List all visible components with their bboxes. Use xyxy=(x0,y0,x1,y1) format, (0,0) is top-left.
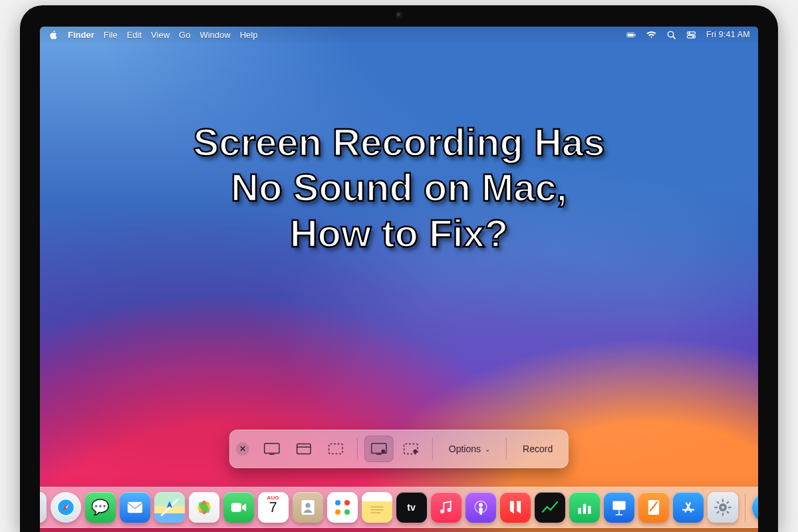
dock-system-preferences-icon[interactable] xyxy=(708,492,738,523)
menu-file[interactable]: File xyxy=(104,30,118,40)
dock-contacts-icon[interactable] xyxy=(293,492,323,523)
svg-rect-11 xyxy=(297,444,311,454)
svg-line-59 xyxy=(726,501,728,503)
menu-help[interactable]: Help xyxy=(240,30,258,40)
dock-numbers-icon[interactable] xyxy=(569,492,600,523)
capture-entire-screen-button[interactable] xyxy=(257,436,287,462)
record-selected-portion-button[interactable] xyxy=(396,436,426,462)
svg-point-38 xyxy=(440,509,444,513)
options-label: Options xyxy=(449,444,481,454)
camera-notch xyxy=(397,13,402,17)
toolbar-separator xyxy=(506,438,507,460)
menu-window[interactable]: Window xyxy=(200,30,230,40)
chevron-down-icon: ⌄ xyxy=(485,446,490,453)
menu-bar: Finder File Edit View Go Window Help xyxy=(40,27,758,43)
calendar-month-label: AUG xyxy=(258,495,289,501)
tv-glyph-icon: tv xyxy=(407,502,415,513)
svg-rect-32 xyxy=(231,503,241,511)
svg-rect-5 xyxy=(688,31,696,34)
dock-tv-icon[interactable]: tv xyxy=(396,492,427,523)
calendar-day-label: 7 xyxy=(269,499,277,516)
svg-point-34 xyxy=(305,503,310,507)
dock-calendar-icon[interactable]: AUG 7 xyxy=(258,492,289,523)
wifi-status-icon[interactable] xyxy=(646,29,657,40)
capture-selected-window-button[interactable] xyxy=(289,436,319,462)
dock-notes-icon[interactable] xyxy=(362,492,392,523)
toolbar-separator xyxy=(357,438,358,460)
svg-point-18 xyxy=(413,450,417,454)
dock-separator xyxy=(745,493,745,523)
laptop-bezel: Finder File Edit View Go Window Help xyxy=(20,5,778,532)
speech-bubble-icon: 💬 xyxy=(91,499,109,516)
dock-music-icon[interactable] xyxy=(431,492,462,523)
article-title-overlay: Screen Recording Has No Sound on Mac, Ho… xyxy=(40,120,758,256)
svg-point-16 xyxy=(381,450,385,454)
svg-line-58 xyxy=(726,511,728,513)
svg-point-8 xyxy=(692,36,694,37)
dock-stocks-icon[interactable] xyxy=(535,492,565,523)
svg-rect-42 xyxy=(578,508,581,514)
dock-pages-icon[interactable] xyxy=(638,492,669,523)
spotlight-search-icon[interactable] xyxy=(666,29,677,40)
record-label: Record xyxy=(523,444,553,454)
dock-maps-icon[interactable] xyxy=(154,492,185,523)
reminders-glyph-icon xyxy=(335,500,350,515)
dock-keynote-icon[interactable] xyxy=(604,492,634,523)
svg-point-61 xyxy=(721,506,724,509)
record-entire-screen-button[interactable] xyxy=(364,436,394,462)
screenshot-record-button[interactable]: Record xyxy=(513,436,562,462)
dock-reminders-icon[interactable] xyxy=(327,492,358,523)
dock-mail-icon[interactable] xyxy=(120,492,150,523)
desktop-screen: Finder File Edit View Go Window Help xyxy=(40,27,758,532)
svg-rect-27 xyxy=(127,502,142,513)
svg-rect-9 xyxy=(265,444,279,454)
dock-appstore-icon[interactable] xyxy=(673,492,704,523)
svg-point-40 xyxy=(479,503,483,507)
dock-facetime-icon[interactable] xyxy=(223,492,254,523)
screenshot-toolbar: ✕ Options xyxy=(229,430,569,468)
dock-messages-icon[interactable]: 💬 xyxy=(85,492,116,523)
toolbar-separator xyxy=(432,438,433,460)
screenshot-close-button[interactable]: ✕ xyxy=(236,442,249,456)
menu-go[interactable]: Go xyxy=(179,30,190,40)
dock-news-icon[interactable] xyxy=(500,492,531,523)
dock-safari-icon[interactable] xyxy=(51,492,81,523)
svg-rect-45 xyxy=(612,501,625,509)
screenshot-options-button[interactable]: Options ⌄ xyxy=(440,436,499,462)
active-app-name[interactable]: Finder xyxy=(68,30,94,40)
laptop-frame: Finder File Edit View Go Window Help xyxy=(0,0,798,532)
svg-point-6 xyxy=(689,32,690,33)
svg-line-57 xyxy=(717,501,719,503)
svg-rect-1 xyxy=(628,33,634,36)
dock: 💬 AUG 7 xyxy=(40,487,758,528)
svg-rect-44 xyxy=(588,506,591,514)
menu-view[interactable]: View xyxy=(151,30,170,40)
dock-photos-icon[interactable] xyxy=(189,492,219,523)
apple-menu-icon[interactable] xyxy=(48,29,59,40)
dock-container: 💬 AUG 7 xyxy=(40,487,758,528)
svg-point-39 xyxy=(447,508,451,512)
control-center-icon[interactable] xyxy=(686,29,697,40)
svg-rect-2 xyxy=(635,34,636,36)
battery-status-icon[interactable] xyxy=(626,29,637,40)
svg-line-4 xyxy=(673,36,675,38)
svg-rect-7 xyxy=(688,35,696,38)
capture-selected-portion-button[interactable] xyxy=(321,436,350,462)
dock-podcasts-icon[interactable] xyxy=(466,492,496,523)
svg-line-60 xyxy=(717,511,719,513)
dock-launchpad-icon[interactable] xyxy=(40,492,47,523)
svg-rect-13 xyxy=(329,444,342,454)
menubar-clock[interactable]: Fri 9:41 AM xyxy=(706,30,750,39)
svg-rect-43 xyxy=(583,504,585,514)
dock-downloads-icon[interactable] xyxy=(752,492,759,523)
menu-edit[interactable]: Edit xyxy=(127,30,142,40)
